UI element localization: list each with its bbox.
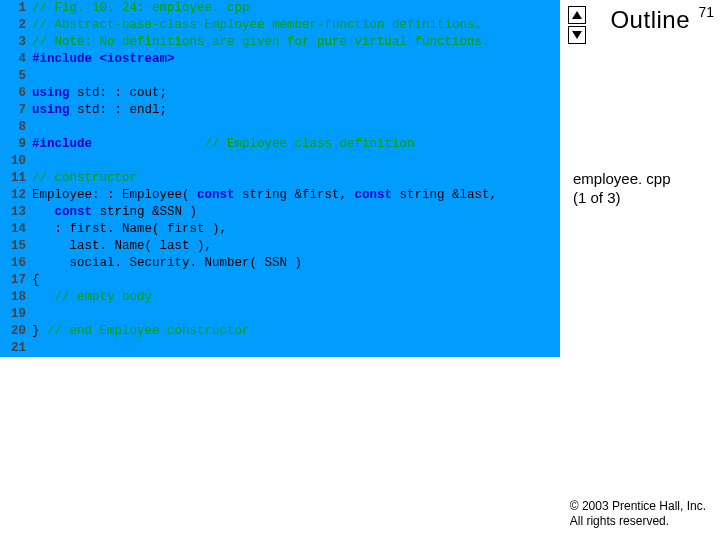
code-text — [32, 153, 560, 170]
nav-buttons — [568, 6, 586, 44]
sidebar-caption: employee. cpp (1 of 3) — [573, 170, 671, 208]
triangle-down-icon — [572, 31, 582, 39]
line-number: 21 — [0, 340, 32, 357]
code-text: // Fig. 10. 24: employee. cpp — [32, 0, 560, 17]
code-line: 10 — [0, 153, 560, 170]
code-text — [32, 119, 560, 136]
line-number: 10 — [0, 153, 32, 170]
line-number: 7 — [0, 102, 32, 119]
line-number: 14 — [0, 221, 32, 238]
line-number: 9 — [0, 136, 32, 153]
line-number: 11 — [0, 170, 32, 187]
line-number: 2 — [0, 17, 32, 34]
copyright-line2: All rights reserved. — [570, 514, 706, 530]
code-line: 19 — [0, 306, 560, 323]
code-text: // Note: No definitions are given for pu… — [32, 34, 560, 51]
line-number: 8 — [0, 119, 32, 136]
line-number: 5 — [0, 68, 32, 85]
code-line: 6using std: : cout; — [0, 85, 560, 102]
nav-prev-button[interactable] — [568, 6, 586, 24]
code-text: using std: : cout; — [32, 85, 560, 102]
line-number: 18 — [0, 289, 32, 306]
outline-title: Outline — [610, 6, 690, 34]
line-number: 13 — [0, 204, 32, 221]
code-line: 11// constructor — [0, 170, 560, 187]
line-number: 3 — [0, 34, 32, 51]
code-text: { — [32, 272, 560, 289]
sidebar-file: employee. cpp — [573, 170, 671, 189]
code-text: last. Name( last ), — [32, 238, 560, 255]
line-number: 12 — [0, 187, 32, 204]
code-line: 18 // empty body — [0, 289, 560, 306]
code-text: #include // Employee class definition — [32, 136, 560, 153]
code-text: // Abstract-base-class Employee member-f… — [32, 17, 560, 34]
code-text: // empty body — [32, 289, 560, 306]
line-number: 19 — [0, 306, 32, 323]
code-text — [32, 340, 560, 357]
code-text: using std: : endl; — [32, 102, 560, 119]
line-number: 16 — [0, 255, 32, 272]
code-line: 12Employee: : Employee( const string &fi… — [0, 187, 560, 204]
code-line: 1// Fig. 10. 24: employee. cpp — [0, 0, 560, 17]
page-number: 71 — [698, 4, 714, 20]
nav-next-button[interactable] — [568, 26, 586, 44]
code-line: 2// Abstract-base-class Employee member-… — [0, 17, 560, 34]
code-line: 13 const string &SSN ) — [0, 204, 560, 221]
copyright-line1: © 2003 Prentice Hall, Inc. — [570, 499, 706, 515]
line-number: 6 — [0, 85, 32, 102]
line-number: 1 — [0, 0, 32, 17]
code-line: 15 last. Name( last ), — [0, 238, 560, 255]
code-line: 5 — [0, 68, 560, 85]
code-line: 21 — [0, 340, 560, 357]
sidebar-part: (1 of 3) — [573, 189, 671, 208]
code-text: const string &SSN ) — [32, 204, 560, 221]
line-number: 17 — [0, 272, 32, 289]
code-line: 20} // end Employee constructor — [0, 323, 560, 340]
code-line: 14 : first. Name( first ), — [0, 221, 560, 238]
code-line: 16 social. Security. Number( SSN ) — [0, 255, 560, 272]
code-text: Employee: : Employee( const string &firs… — [32, 187, 560, 204]
code-text — [32, 306, 560, 323]
code-text: social. Security. Number( SSN ) — [32, 255, 560, 272]
code-line: 7using std: : endl; — [0, 102, 560, 119]
code-text: // constructor — [32, 170, 560, 187]
code-text: : first. Name( first ), — [32, 221, 560, 238]
code-panel: 1// Fig. 10. 24: employee. cpp2// Abstra… — [0, 0, 560, 357]
line-number: 4 — [0, 51, 32, 68]
code-text: } // end Employee constructor — [32, 323, 560, 340]
code-line: 9#include // Employee class definition — [0, 136, 560, 153]
code-line: 4#include <iostream> — [0, 51, 560, 68]
code-line: 17{ — [0, 272, 560, 289]
code-line: 8 — [0, 119, 560, 136]
copyright: © 2003 Prentice Hall, Inc. All rights re… — [570, 499, 706, 530]
code-text — [32, 68, 560, 85]
code-line: 3// Note: No definitions are given for p… — [0, 34, 560, 51]
line-number: 15 — [0, 238, 32, 255]
line-number: 20 — [0, 323, 32, 340]
code-text: #include <iostream> — [32, 51, 560, 68]
triangle-up-icon — [572, 11, 582, 19]
